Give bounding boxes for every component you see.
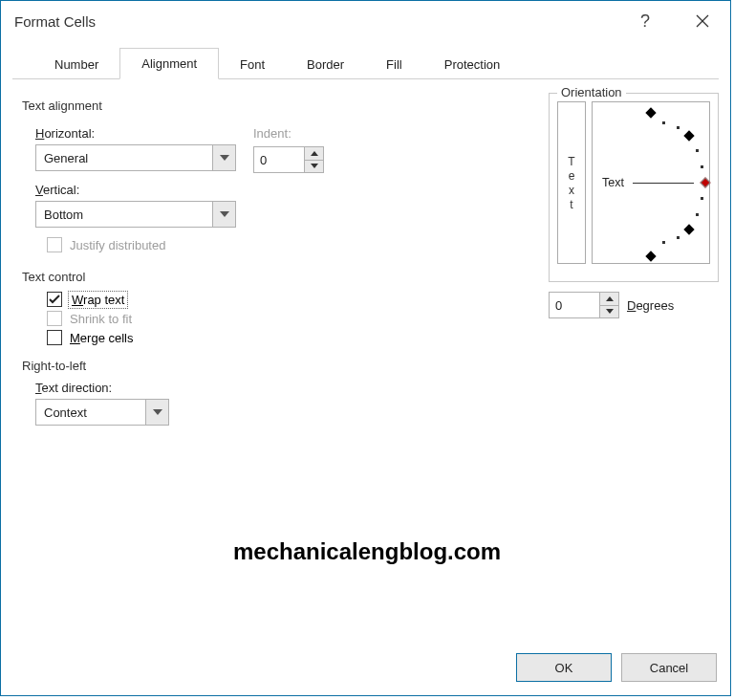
spin-up-icon[interactable] [600, 293, 618, 306]
shrink-to-fit-checkbox [47, 311, 62, 326]
help-button[interactable]: ? [623, 7, 667, 35]
dial-mark-n45 [684, 224, 695, 234]
vertical-combo[interactable]: Bottom [35, 201, 236, 228]
dial-dot [662, 241, 665, 244]
shrink-to-fit-label: Shrink to fit [70, 312, 132, 326]
svg-marker-7 [606, 296, 614, 301]
dial-line [633, 183, 694, 184]
dial-mark-top [645, 107, 656, 118]
check-icon [49, 295, 60, 304]
chevron-down-icon [212, 202, 235, 227]
tab-alignment[interactable]: Alignment [119, 48, 219, 79]
tab-border[interactable]: Border [286, 50, 365, 79]
merge-cells-label: Merge cells [70, 331, 133, 345]
tab-content: Text alignment Horizontal: General Verti… [1, 79, 730, 615]
dial-mark-bottom [645, 251, 656, 261]
left-column: Text alignment Horizontal: General Verti… [22, 98, 404, 431]
vertical-value: Bottom [36, 208, 212, 222]
group-rtl: Right-to-left [22, 359, 404, 373]
horizontal-label: Horizontal: [35, 126, 236, 141]
dial-dot [696, 149, 699, 152]
tab-number[interactable]: Number [33, 50, 119, 79]
orientation-box: Orientation T e x t Text [549, 93, 719, 282]
orientation-group: Orientation T e x t Text [549, 87, 719, 318]
chevron-down-icon [145, 400, 168, 425]
spin-down-icon[interactable] [305, 161, 323, 173]
merge-cells-row[interactable]: Merge cells [47, 330, 404, 345]
orientation-legend: Orientation [557, 85, 626, 99]
vertical-text-button[interactable]: T e x t [557, 101, 586, 264]
chevron-down-icon [212, 145, 235, 170]
group-text-control: Text control [22, 270, 404, 284]
justify-distributed-row: Justify distributed [47, 237, 236, 252]
svg-marker-4 [311, 151, 318, 156]
close-icon [696, 14, 709, 28]
group-text-alignment: Text alignment [22, 98, 404, 113]
indent-label: Indent: [253, 126, 324, 141]
dial-dot [677, 126, 680, 129]
text-direction-combo[interactable]: Context [35, 399, 169, 426]
degrees-label: Degrees [627, 298, 674, 313]
wrap-text-row[interactable]: Wrap text [47, 292, 404, 307]
horizontal-combo[interactable]: General [35, 144, 236, 171]
spin-up-icon[interactable] [305, 147, 323, 161]
titlebar: Format Cells ? [1, 1, 730, 41]
svg-marker-2 [220, 155, 229, 161]
degrees-value: 0 [550, 293, 599, 317]
tab-fill[interactable]: Fill [365, 50, 423, 79]
wrap-text-label: Wrap text [70, 293, 126, 307]
shrink-to-fit-row: Shrink to fit [47, 311, 404, 326]
tab-bar: Number Alignment Font Border Fill Protec… [12, 47, 719, 79]
indent-value: 0 [254, 147, 304, 172]
tab-font[interactable]: Font [219, 50, 286, 79]
svg-marker-3 [220, 211, 229, 217]
justify-distributed-label: Justify distributed [70, 238, 165, 252]
dial-dot [701, 165, 703, 168]
merge-cells-checkbox[interactable] [47, 330, 62, 345]
close-button[interactable] [680, 7, 724, 35]
spinner-buttons [304, 147, 323, 172]
orientation-dial[interactable]: Text [592, 101, 710, 264]
svg-marker-8 [606, 309, 614, 314]
wrap-text-checkbox[interactable] [47, 292, 62, 307]
svg-marker-6 [153, 409, 162, 415]
text-direction-label: Text direction: [35, 381, 404, 395]
dial-dot [701, 197, 703, 200]
dial-dot [677, 236, 680, 239]
watermark-text: mechanicalengblog.com [233, 538, 501, 565]
dial-text-label: Text [602, 176, 624, 189]
cancel-button[interactable]: Cancel [621, 653, 717, 682]
text-direction-value: Context [36, 405, 145, 420]
dial-dot [662, 121, 665, 124]
vertical-label: Vertical: [35, 183, 236, 197]
dial-handle[interactable] [700, 177, 710, 187]
dialog-footer: OK Cancel [516, 653, 717, 682]
indent-spinner[interactable]: 0 [253, 146, 324, 173]
spinner-buttons [599, 293, 618, 317]
spin-down-icon[interactable] [600, 306, 618, 318]
dial-dot [696, 213, 699, 216]
dial-mark-45 [684, 131, 695, 142]
horizontal-value: General [36, 151, 212, 165]
window-title: Format Cells [14, 13, 623, 30]
degrees-row: 0 Degrees [549, 292, 719, 318]
svg-marker-5 [311, 164, 318, 168]
format-cells-dialog: Format Cells ? Number Alignment Font Bor… [0, 0, 731, 696]
tab-protection[interactable]: Protection [423, 50, 522, 79]
justify-distributed-checkbox [47, 237, 62, 252]
degrees-spinner[interactable]: 0 [549, 292, 619, 318]
ok-button[interactable]: OK [516, 653, 612, 682]
